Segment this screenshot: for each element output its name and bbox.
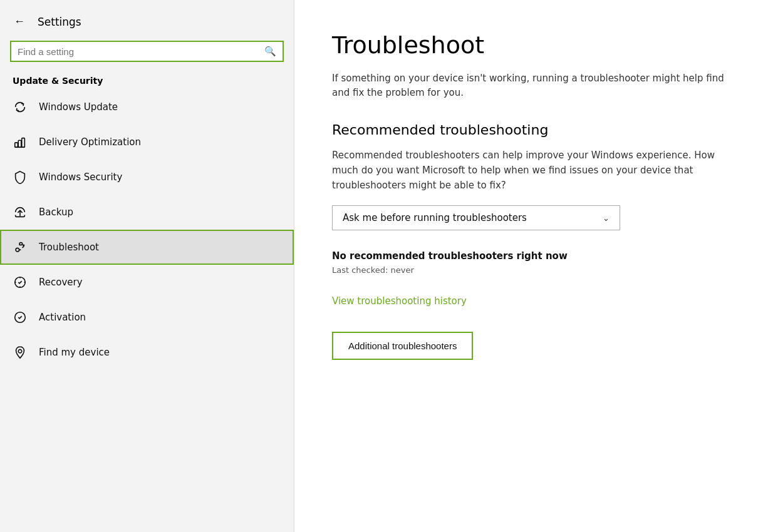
back-button[interactable]: ← (13, 14, 26, 29)
last-checked-text: Last checked: never (332, 265, 730, 275)
sidebar-header: ← Settings (0, 0, 294, 41)
sidebar-item-find-my-device[interactable]: Find my device (0, 335, 294, 370)
shield-icon (13, 170, 28, 185)
sidebar-item-windows-security[interactable]: Windows Security (0, 160, 294, 195)
additional-troubleshooters-button[interactable]: Additional troubleshooters (332, 332, 473, 360)
sidebar-item-label: Activation (39, 312, 86, 323)
sidebar-item-backup[interactable]: Backup (0, 195, 294, 230)
main-content: Troubleshoot If something on your device… (294, 0, 768, 532)
no-troubleshooters-text: No recommended troubleshooters right now (332, 250, 730, 262)
page-title: Troubleshoot (332, 31, 730, 59)
activation-icon (13, 310, 28, 325)
sidebar-item-label: Backup (39, 207, 73, 218)
troubleshoot-icon (13, 240, 28, 255)
search-icon[interactable]: 🔍 (264, 46, 276, 57)
update-icon (13, 100, 28, 115)
svg-rect-0 (15, 143, 18, 147)
sidebar-item-label: Windows Update (39, 101, 118, 113)
finddevice-icon (13, 345, 28, 360)
section-title: Update & Security (0, 69, 294, 90)
sidebar-item-activation[interactable]: Activation (0, 300, 294, 335)
backup-icon (13, 205, 28, 220)
recommended-section-title: Recommended troubleshooting (332, 122, 730, 138)
sidebar-item-delivery-optimization[interactable]: Delivery Optimization (0, 125, 294, 160)
svg-rect-2 (22, 138, 25, 148)
sidebar-item-label: Find my device (39, 347, 110, 358)
recommended-description: Recommended troubleshooters can help imp… (332, 148, 730, 193)
view-history-link[interactable]: View troubleshooting history (332, 295, 467, 307)
troubleshoot-dropdown[interactable]: Ask me before running troubleshooters ⌄ (332, 205, 620, 230)
page-description: If something on your device isn't workin… (332, 71, 730, 100)
sidebar-item-label: Delivery Optimization (39, 136, 141, 148)
sidebar-item-troubleshoot[interactable]: Troubleshoot (0, 230, 294, 265)
svg-point-4 (16, 248, 19, 252)
sidebar-item-windows-update[interactable]: Windows Update (0, 90, 294, 125)
sidebar-item-recovery[interactable]: Recovery (0, 265, 294, 300)
sidebar-item-label: Recovery (39, 277, 83, 288)
recovery-icon (13, 275, 28, 290)
svg-rect-1 (18, 140, 21, 147)
sidebar: ← Settings 🔍 Update & Security Windows U… (0, 0, 294, 532)
chevron-down-icon: ⌄ (603, 213, 610, 223)
svg-point-8 (18, 349, 22, 353)
settings-title: Settings (38, 16, 81, 28)
delivery-icon (13, 135, 28, 150)
search-input[interactable] (18, 46, 264, 57)
dropdown-value: Ask me before running troubleshooters (343, 212, 527, 223)
sidebar-item-label: Troubleshoot (39, 242, 99, 253)
search-box[interactable]: 🔍 (10, 41, 284, 62)
svg-point-5 (23, 244, 25, 246)
sidebar-item-label: Windows Security (39, 171, 122, 183)
